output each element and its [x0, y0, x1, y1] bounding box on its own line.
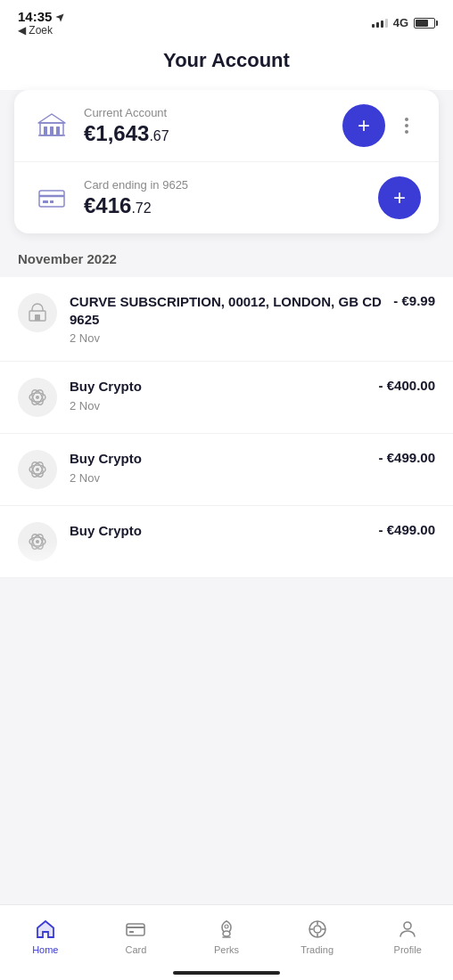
transaction-date: 2 Nov — [70, 471, 372, 485]
nav-label-home: Home — [32, 944, 58, 955]
transaction-name: Buy Crypto — [70, 522, 372, 540]
transaction-amount: - €9.99 — [393, 293, 435, 308]
card-nav-icon — [124, 918, 147, 941]
svg-point-19 — [36, 468, 39, 471]
current-account-label: Current Account — [84, 106, 342, 119]
svg-point-15 — [36, 396, 39, 399]
current-account-info: Current Account €1,643.67 — [84, 106, 342, 146]
transaction-item[interactable]: Buy Crypto 2 Nov - €400.00 — [0, 362, 453, 434]
svg-point-36 — [404, 922, 411, 929]
transaction-item[interactable]: Buy Crypto - €499.00 — [0, 506, 453, 578]
section-title: November 2022 — [0, 251, 453, 277]
card-account-row: Card ending in 9625 €416.72 + — [14, 161, 439, 233]
signal-icon — [372, 19, 388, 28]
current-account-row: Current Account €1,643.67 + — [14, 90, 439, 161]
svg-rect-6 — [39, 191, 64, 207]
transaction-info: Buy Crypto — [70, 522, 372, 543]
svg-rect-8 — [43, 200, 48, 203]
nav-item-trading[interactable]: Trading — [272, 914, 363, 959]
card-account-amount: €416.72 — [84, 193, 378, 218]
perks-icon — [215, 918, 238, 941]
crypto-icon — [18, 522, 57, 561]
svg-point-29 — [225, 925, 228, 928]
network-label: 4G — [393, 16, 408, 29]
transaction-amount: - €499.00 — [379, 450, 435, 465]
crypto-icon — [18, 450, 57, 489]
transaction-amount: - €499.00 — [379, 522, 435, 537]
status-time: 14:35 — [18, 9, 66, 24]
card-account-add-button[interactable]: + — [378, 176, 421, 219]
page-title: Your Account — [18, 49, 435, 72]
nav-item-home[interactable]: Home — [0, 914, 91, 959]
svg-rect-11 — [35, 314, 40, 321]
nav-label-perks: Perks — [214, 944, 239, 955]
current-account-more-button[interactable] — [392, 111, 421, 140]
transaction-name: Buy Crypto — [70, 378, 372, 396]
transaction-info: Buy Crypto 2 Nov — [70, 378, 372, 412]
transaction-info: Buy Crypto 2 Nov — [70, 450, 372, 485]
card-icon — [32, 178, 71, 217]
svg-marker-4 — [38, 114, 65, 123]
account-card: Current Account €1,643.67 + Card ending … — [14, 90, 439, 233]
svg-rect-26 — [129, 931, 134, 933]
nav-label-profile: Profile — [394, 944, 422, 955]
navigation-icon — [55, 12, 66, 22]
nav-label-trading: Trading — [301, 944, 334, 955]
svg-rect-9 — [50, 200, 54, 203]
transaction-item[interactable]: Buy Crypto 2 Nov - €499.00 — [0, 434, 453, 506]
nav-item-profile[interactable]: Profile — [362, 914, 453, 959]
svg-rect-1 — [44, 127, 47, 135]
svg-rect-2 — [50, 127, 54, 135]
transaction-info: CURVE SUBSCRIPTION, 00012, LONDON, GB CD… — [70, 293, 386, 345]
transaction-name: Buy Crypto — [70, 450, 372, 468]
status-right: 4G — [372, 16, 435, 29]
nav-label-card: Card — [125, 944, 146, 955]
bank-icon — [32, 106, 71, 145]
transaction-amount: - €400.00 — [379, 378, 435, 393]
transactions-list: CURVE SUBSCRIPTION, 00012, LONDON, GB CD… — [0, 277, 453, 578]
battery-icon — [414, 18, 435, 29]
svg-rect-3 — [56, 127, 60, 135]
card-account-info: Card ending in 9625 €416.72 — [84, 178, 378, 218]
home-icon — [34, 918, 57, 941]
bottom-nav: Home Card Perks — [0, 904, 453, 980]
home-indicator — [173, 971, 280, 975]
nav-item-card[interactable]: Card — [91, 914, 182, 959]
trading-icon — [306, 918, 329, 941]
svg-rect-24 — [127, 924, 144, 935]
svg-point-27 — [223, 931, 230, 936]
transaction-date: 2 Nov — [70, 399, 372, 412]
svg-point-31 — [314, 926, 321, 933]
page-header: Your Account — [0, 40, 453, 90]
nav-item-perks[interactable]: Perks — [181, 914, 272, 959]
current-account-add-button[interactable]: + — [342, 104, 385, 147]
svg-point-23 — [36, 540, 39, 543]
card-account-label: Card ending in 9625 — [84, 178, 378, 192]
profile-icon — [396, 918, 419, 941]
store-icon — [18, 293, 57, 332]
status-back[interactable]: ◀ Zoek — [18, 24, 66, 37]
current-account-amount: €1,643.67 — [84, 121, 342, 146]
transaction-name: CURVE SUBSCRIPTION, 00012, LONDON, GB CD… — [70, 293, 386, 328]
status-left: 14:35 ◀ Zoek — [18, 9, 66, 37]
transaction-item[interactable]: CURVE SUBSCRIPTION, 00012, LONDON, GB CD… — [0, 277, 453, 362]
crypto-icon — [18, 378, 57, 417]
status-bar: 14:35 ◀ Zoek 4G — [0, 0, 453, 40]
transaction-date: 2 Nov — [70, 331, 386, 345]
